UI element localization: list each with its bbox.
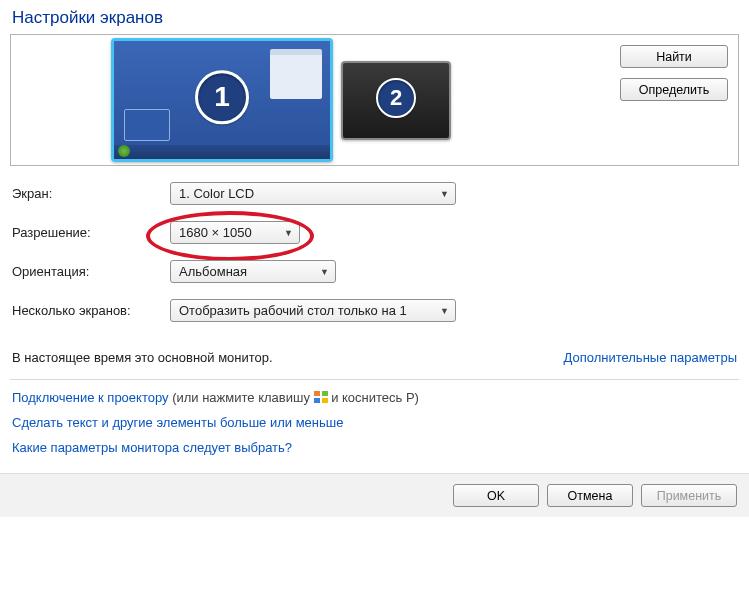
label-multiple: Несколько экранов: — [10, 303, 170, 318]
monitor2-badge: 2 — [376, 78, 416, 118]
display-side-buttons: Найти Определить — [620, 45, 728, 101]
monitor-icons: 1 2 — [111, 38, 451, 162]
resolution-select-value: 1680 × 1050 — [179, 225, 252, 240]
ok-button[interactable]: OK — [453, 484, 539, 507]
monitor1-taskbar-icon — [114, 145, 330, 159]
identify-button[interactable]: Определить — [620, 78, 728, 101]
resolution-select[interactable]: 1680 × 1050 ▼ — [170, 221, 300, 244]
display-arrangement-box: 1 2 Найти Определить — [10, 34, 739, 166]
orientation-select[interactable]: Альбомная ▼ — [170, 260, 336, 283]
monitor1-thumb-icon — [124, 109, 170, 141]
projector-row: Подключение к проектору (или нажмите кла… — [12, 390, 737, 405]
monitor1-start-icon — [118, 145, 130, 157]
orientation-select-value: Альбомная — [179, 264, 247, 279]
windows-key-icon — [314, 391, 328, 404]
label-resolution: Разрешение: — [10, 225, 170, 240]
row-resolution: Разрешение: 1680 × 1050 ▼ — [10, 221, 739, 244]
chevron-down-icon: ▼ — [440, 189, 449, 199]
display-select-value: 1. Color LCD — [179, 186, 254, 201]
chevron-down-icon: ▼ — [440, 306, 449, 316]
which-settings-link[interactable]: Какие параметры монитора следует выбрать… — [12, 440, 292, 455]
row-orientation: Ориентация: Альбомная ▼ — [10, 260, 739, 283]
apply-button[interactable]: Применить — [641, 484, 737, 507]
monitor-2[interactable]: 2 — [341, 61, 451, 140]
advanced-settings-link[interactable]: Дополнительные параметры — [563, 350, 737, 365]
multiple-displays-select[interactable]: Отобразить рабочий стол только на 1 ▼ — [170, 299, 456, 322]
row-display: Экран: 1. Color LCD ▼ — [10, 182, 739, 205]
label-orientation: Ориентация: — [10, 264, 170, 279]
chevron-down-icon: ▼ — [320, 267, 329, 277]
chevron-down-icon: ▼ — [284, 228, 293, 238]
find-button[interactable]: Найти — [620, 45, 728, 68]
separator — [10, 379, 739, 380]
dialog-footer: OK Отмена Применить — [0, 473, 749, 517]
row-multiple-displays: Несколько экранов: Отобразить рабочий ст… — [10, 299, 739, 322]
projector-hint-suffix: и коснитесь P) — [328, 390, 419, 405]
projector-link[interactable]: Подключение к проектору — [12, 390, 169, 405]
display-select[interactable]: 1. Color LCD ▼ — [170, 182, 456, 205]
multiple-displays-value: Отобразить рабочий стол только на 1 — [179, 303, 407, 318]
monitor1-badge: 1 — [195, 70, 249, 124]
primary-monitor-text: В настоящее время это основной монитор. — [12, 350, 273, 365]
primary-info-row: В настоящее время это основной монитор. … — [10, 350, 739, 365]
which-settings-row: Какие параметры монитора следует выбрать… — [12, 440, 737, 455]
text-size-link[interactable]: Сделать текст и другие элементы больше и… — [12, 415, 343, 430]
cancel-button[interactable]: Отмена — [547, 484, 633, 507]
monitor1-window-icon — [270, 49, 322, 99]
projector-hint-prefix: (или нажмите клавишу — [169, 390, 314, 405]
monitor-1[interactable]: 1 — [111, 38, 333, 162]
page-title: Настройки экранов — [12, 8, 739, 28]
label-display: Экран: — [10, 186, 170, 201]
text-size-row: Сделать текст и другие элементы больше и… — [12, 415, 737, 430]
